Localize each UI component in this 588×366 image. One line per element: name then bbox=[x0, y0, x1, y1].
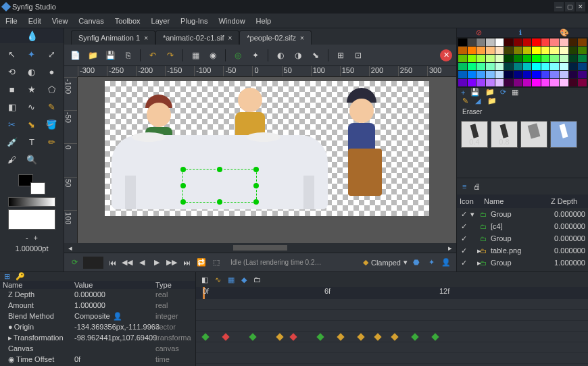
brush-tool[interactable]: 🖌 bbox=[3, 151, 21, 167]
seek-next-kf-button[interactable]: ⏭ bbox=[180, 257, 193, 269]
tab-0[interactable]: Synfig Animation 1× bbox=[71, 30, 155, 45]
palette-color[interactable] bbox=[569, 55, 578, 62]
palette-color[interactable] bbox=[550, 38, 559, 46]
scroll-left-icon[interactable]: ◂ bbox=[68, 244, 72, 253]
opt4-button[interactable]: ⬊ bbox=[309, 49, 322, 62]
brush-icon[interactable]: ✎ bbox=[462, 97, 468, 105]
tl-tool-5[interactable]: 🗀 bbox=[253, 276, 261, 284]
saveall-button[interactable]: ⎘ bbox=[121, 49, 134, 62]
menu-window[interactable]: Window bbox=[213, 17, 250, 25]
menu-toolbox[interactable]: Toolbox bbox=[109, 17, 146, 25]
seek-prev-kf-button[interactable]: ◀◀ bbox=[121, 257, 133, 269]
onion-button[interactable]: ◎ bbox=[231, 49, 245, 62]
frame-input[interactable] bbox=[83, 257, 103, 269]
tl-tool-4[interactable]: ◆ bbox=[241, 276, 247, 284]
palette-color[interactable] bbox=[495, 79, 504, 86]
palette-color[interactable] bbox=[486, 38, 495, 46]
text-tool[interactable]: T bbox=[22, 134, 41, 150]
menu-layer[interactable]: Layer bbox=[146, 17, 176, 25]
palette-color[interactable] bbox=[569, 47, 578, 54]
menu-help[interactable]: Help bbox=[251, 17, 277, 25]
palette-color[interactable] bbox=[486, 71, 495, 78]
cancel-render-button[interactable]: ✕ bbox=[440, 49, 452, 61]
palette-color[interactable] bbox=[514, 71, 522, 78]
preview-button[interactable]: ◉ bbox=[206, 49, 220, 62]
palette-color[interactable] bbox=[468, 63, 476, 70]
fill-color[interactable] bbox=[30, 182, 45, 194]
palette-color[interactable] bbox=[532, 55, 541, 62]
palette-color[interactable] bbox=[468, 71, 476, 78]
menu-plugins[interactable]: Plug-Ins bbox=[175, 17, 213, 25]
transform-tool[interactable]: ↖ bbox=[3, 46, 21, 62]
palette-color[interactable] bbox=[504, 71, 513, 78]
layer-row[interactable]: ✓ ▸ 🗀 table.png 0.000000 bbox=[457, 244, 588, 257]
param-value[interactable]: 0f bbox=[74, 355, 155, 363]
refresh-button[interactable]: ⟳ bbox=[68, 257, 80, 269]
param-row[interactable]: Blend Method Composite👤 integer bbox=[0, 311, 195, 321]
fill-tool[interactable]: 🪣 bbox=[43, 116, 61, 132]
palette-color[interactable] bbox=[504, 63, 513, 70]
keyframe-lock-button[interactable]: ⬣ bbox=[410, 257, 422, 269]
palette-color[interactable] bbox=[476, 55, 485, 62]
layer-visible-checkbox[interactable]: ✓ bbox=[457, 246, 470, 255]
new-button[interactable]: 📄 bbox=[68, 49, 82, 62]
palette-color[interactable] bbox=[514, 63, 522, 70]
palette-color[interactable] bbox=[514, 47, 522, 54]
tab-2[interactable]: *people-02.sifz× bbox=[239, 30, 312, 45]
play-button[interactable]: ▶ bbox=[151, 257, 163, 269]
param-row[interactable]: Z Depth 0.000000 real bbox=[0, 289, 195, 300]
minimize-button[interactable]: — bbox=[554, 2, 564, 11]
layer-expand-icon[interactable]: ▾ bbox=[470, 210, 480, 219]
palette-color[interactable] bbox=[476, 71, 485, 78]
save-button[interactable]: 💾 bbox=[103, 49, 117, 62]
param-row[interactable]: ●Origin -134.369356px,-111.9963 vector bbox=[0, 321, 195, 332]
open-palette-button[interactable]: 📁 bbox=[485, 88, 495, 97]
decrease-size[interactable]: - bbox=[26, 234, 28, 242]
palette-color[interactable] bbox=[578, 71, 587, 78]
layer-visible-checkbox[interactable]: ✓ bbox=[457, 234, 470, 243]
scroll-thumb[interactable] bbox=[233, 245, 287, 251]
smooth-tool[interactable]: ✦ bbox=[22, 46, 41, 62]
palette-color[interactable] bbox=[560, 71, 568, 78]
palette-color[interactable] bbox=[504, 55, 513, 62]
palette-color[interactable] bbox=[569, 71, 578, 78]
eyedrop-tool[interactable]: 💉 bbox=[3, 134, 21, 150]
anim-mode-button[interactable]: ✦ bbox=[425, 257, 437, 269]
step-fwd-button[interactable]: ▶▶ bbox=[166, 257, 178, 269]
params-key-icon[interactable]: 🔑 bbox=[16, 272, 25, 281]
palette-color[interactable] bbox=[504, 38, 513, 46]
palette-color[interactable] bbox=[578, 47, 587, 54]
layer-name[interactable]: Group bbox=[491, 259, 551, 267]
width-tool[interactable]: ⬊ bbox=[22, 116, 41, 132]
h-scrollbar[interactable]: ◂ ▸ bbox=[64, 243, 456, 253]
plate[interactable] bbox=[247, 132, 280, 142]
layer-visible-checkbox[interactable]: ✓ bbox=[457, 259, 470, 267]
palette-color[interactable] bbox=[523, 55, 532, 62]
palette-color[interactable] bbox=[569, 38, 578, 46]
layers-tab-icon[interactable]: ≡ bbox=[462, 182, 466, 190]
palette-color[interactable] bbox=[560, 63, 568, 70]
palette-color[interactable] bbox=[523, 79, 532, 86]
cutout-tool[interactable]: ✂ bbox=[3, 116, 21, 132]
timeline-tracks[interactable] bbox=[196, 299, 588, 366]
param-value[interactable]: Composite👤 bbox=[74, 312, 155, 321]
palette-color[interactable] bbox=[569, 79, 578, 86]
palette-color[interactable] bbox=[495, 38, 504, 46]
seek-start-button[interactable]: ⏮ bbox=[106, 257, 118, 269]
palette-color[interactable] bbox=[504, 47, 513, 54]
param-value[interactable]: -98.962441px,107.69409 bbox=[74, 334, 155, 342]
palette-color[interactable] bbox=[468, 38, 476, 46]
palette-color[interactable] bbox=[578, 38, 587, 46]
chair[interactable] bbox=[348, 149, 382, 196]
tl-tool-1[interactable]: ◧ bbox=[201, 276, 208, 284]
opt1-button[interactable]: ✦ bbox=[249, 49, 262, 62]
palette-color[interactable] bbox=[541, 47, 550, 54]
scale-tool[interactable]: ⤢ bbox=[43, 46, 61, 62]
param-row[interactable]: ◉Time Offset 0f time bbox=[0, 354, 195, 365]
palette-color[interactable] bbox=[468, 55, 476, 62]
palette-color[interactable] bbox=[476, 63, 485, 70]
palette-color[interactable] bbox=[486, 79, 495, 86]
palette-color[interactable] bbox=[523, 71, 532, 78]
palette-color[interactable] bbox=[458, 79, 467, 86]
palette-color[interactable] bbox=[458, 63, 467, 70]
